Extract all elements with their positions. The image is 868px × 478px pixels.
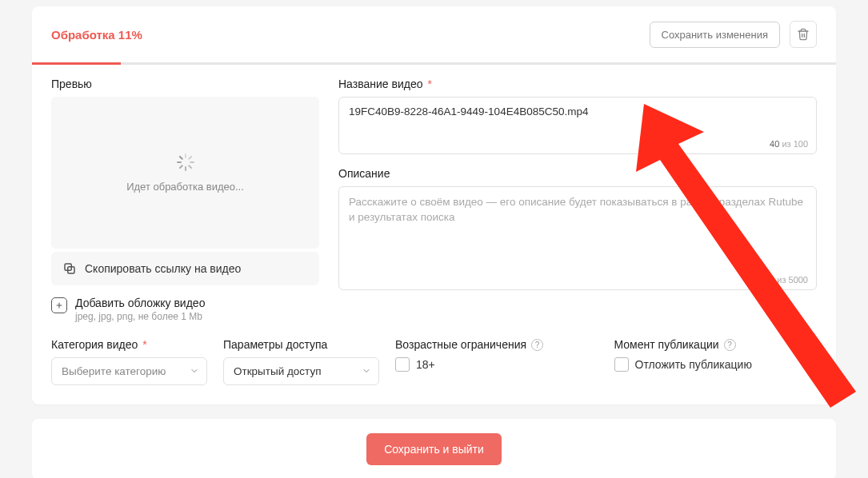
publish-checkbox-label: Отложить публикацию — [635, 358, 752, 371]
right-column: Название видео* 19FC40B9-8228-46A1-9449-… — [338, 78, 817, 322]
category-select[interactable]: Выберите категорию — [51, 357, 207, 385]
main-columns: Превью Идет обработка видео... Скопирова… — [51, 65, 817, 338]
footer-card: Сохранить и выйти — [32, 419, 836, 478]
description-label: Описание — [338, 167, 817, 180]
category-field: Категория видео* Выберите категорию — [51, 338, 207, 385]
publish-checkbox[interactable] — [614, 357, 629, 372]
help-icon[interactable]: ? — [724, 339, 736, 351]
title-input[interactable]: 19FC40B9-8228-46A1-9449-104E4B085C50.mp4… — [338, 97, 817, 154]
help-icon[interactable]: ? — [531, 339, 543, 351]
preview-processing-text: Идет обработка видео... — [126, 181, 244, 193]
access-label: Параметры доступа — [223, 338, 379, 351]
publish-field: Момент публикации ? Отложить публикацию — [614, 338, 818, 372]
upload-card: Обработка 11% Сохранить изменения Превью… — [32, 6, 836, 404]
age-label: Возрастные ограничения ? — [395, 338, 598, 351]
bottom-options: Категория видео* Выберите категорию Пара… — [51, 338, 817, 404]
category-label: Категория видео* — [51, 338, 207, 351]
delete-button[interactable] — [790, 21, 817, 48]
add-cover-texts: Добавить обложку видео jpeg, jpg, png, н… — [75, 297, 205, 322]
age-field: Возрастные ограничения ? 18+ — [395, 338, 598, 372]
title-counter: 40 из 100 — [770, 139, 808, 149]
spinner-icon — [177, 153, 194, 171]
copy-link-label: Скопировать ссылку на видео — [85, 262, 241, 275]
age-checkbox-label: 18+ — [416, 358, 435, 371]
preview-label: Превью — [51, 78, 319, 90]
access-value: Открытый доступ — [223, 357, 379, 385]
plus-icon — [51, 297, 67, 313]
access-select[interactable]: Открытый доступ — [223, 357, 379, 385]
title-label: Название видео* — [338, 78, 817, 90]
add-cover-label: Добавить обложку видео — [75, 297, 205, 309]
publish-label: Момент публикации ? — [614, 338, 818, 351]
processing-status: Обработка 11% — [51, 28, 142, 42]
add-cover-button[interactable]: Добавить обложку видео jpeg, jpg, png, н… — [51, 297, 319, 322]
trash-icon — [797, 28, 810, 41]
progress-bar — [32, 62, 836, 65]
age-checkbox-row: 18+ — [395, 357, 598, 372]
copy-link-button[interactable]: Скопировать ссылку на видео — [51, 252, 319, 285]
save-and-exit-button[interactable]: Сохранить и выйти — [366, 433, 502, 465]
header-actions: Сохранить изменения — [650, 21, 818, 48]
publish-checkbox-row: Отложить публикацию — [614, 357, 818, 372]
header-row: Обработка 11% Сохранить изменения — [51, 21, 817, 62]
access-field: Параметры доступа Открытый доступ — [223, 338, 379, 385]
description-input[interactable]: Расскажите о своём видео — его описание … — [338, 186, 817, 290]
description-placeholder: Расскажите о своём видео — его описание … — [349, 195, 806, 225]
category-placeholder: Выберите категорию — [51, 357, 207, 385]
save-changes-button[interactable]: Сохранить изменения — [650, 22, 781, 48]
left-column: Превью Идет обработка видео... Скопирова… — [51, 78, 319, 322]
title-value: 19FC40B9-8228-46A1-9449-104E4B085C50.mp4 — [349, 106, 806, 118]
description-counter: 0 из 5000 — [770, 275, 808, 285]
add-cover-hint: jpeg, jpg, png, не более 1 Mb — [75, 311, 205, 322]
copy-icon — [62, 261, 77, 276]
age-checkbox[interactable] — [395, 357, 410, 372]
progress-fill — [32, 62, 121, 65]
preview-box: Идет обработка видео... — [51, 97, 319, 249]
